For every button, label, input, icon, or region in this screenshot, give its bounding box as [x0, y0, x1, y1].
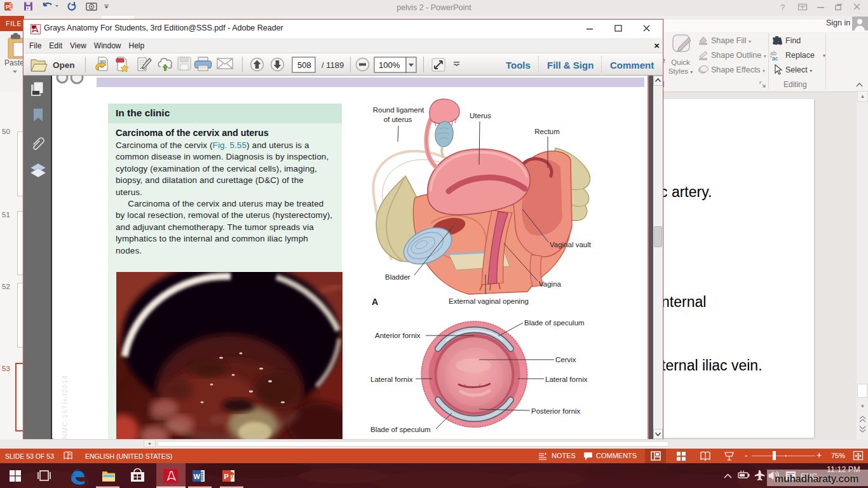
- svg-text:Blade of speculum: Blade of speculum: [370, 426, 431, 433]
- svg-text:Lateral fornix: Lateral fornix: [545, 376, 588, 383]
- svg-text:Blade of speculum: Blade of speculum: [524, 319, 585, 327]
- svg-text:Comment: Comment: [610, 60, 654, 71]
- svg-text:Vaginal vault: Vaginal vault: [550, 241, 592, 248]
- svg-text:Paste: Paste: [4, 58, 24, 67]
- svg-text:Round ligament: Round ligament: [373, 106, 424, 114]
- svg-text:A: A: [372, 297, 378, 307]
- svg-text:Uterus: Uterus: [470, 112, 491, 119]
- svg-text:Anterior fornix: Anterior fornix: [375, 332, 421, 339]
- svg-text:Vagina: Vagina: [539, 280, 562, 288]
- svg-text:ac: ac: [772, 55, 778, 61]
- svg-text:x: x: [69, 452, 71, 456]
- svg-text:Open: Open: [53, 60, 75, 70]
- svg-text:of uterus: of uterus: [384, 116, 412, 123]
- svg-text:Rectum: Rectum: [534, 128, 560, 135]
- svg-text:W: W: [194, 473, 201, 480]
- svg-text:Lateral fornix: Lateral fornix: [370, 376, 413, 383]
- svg-text:Posterior fornix: Posterior fornix: [531, 407, 581, 415]
- svg-text:Bladder: Bladder: [385, 273, 410, 281]
- svg-text:External vaginal opening: External vaginal opening: [449, 297, 529, 305]
- svg-text:P: P: [224, 473, 229, 480]
- svg-text:?: ?: [780, 3, 785, 12]
- svg-text:508: 508: [297, 60, 311, 70]
- svg-text:P: P: [6, 4, 10, 10]
- svg-text:/ 1189: / 1189: [322, 60, 344, 70]
- svg-text:100%: 100%: [379, 60, 400, 70]
- svg-text:Cervix: Cervix: [555, 356, 576, 363]
- svg-text:Fill & Sign: Fill & Sign: [547, 60, 593, 71]
- svg-text:Tools: Tools: [506, 60, 531, 71]
